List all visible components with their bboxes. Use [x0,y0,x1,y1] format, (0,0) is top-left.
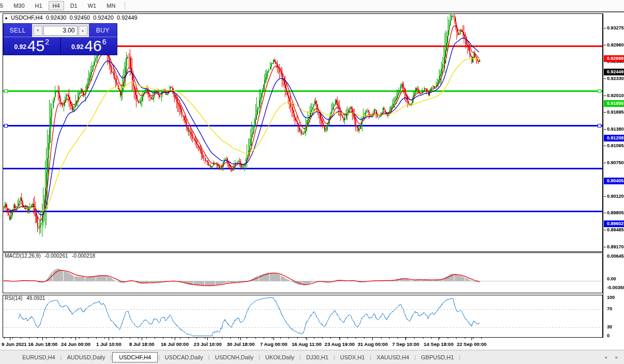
bar-high: 0.92450 [69,14,90,21]
chart-tab-bar: EURUSD,H4|AUDUSD,Daily|USDCHF,H4|USDCAD,… [0,350,624,364]
tab-separator: | [414,354,416,360]
tab-separator: | [208,354,210,360]
price-tick-mark [604,146,606,146]
rsi-axis-label: 0 [607,333,610,338]
tab-separator: | [110,354,112,360]
sell-price-display[interactable]: 0.92 45 2 [4,37,61,55]
tab-usdcad-daily[interactable]: USDCAD,Daily [160,352,208,362]
macd-axis-label: 0.00 [607,276,616,281]
price-tick-mark [604,45,606,45]
buy-price-pip: 6 [102,38,106,46]
timeframe-button-m30[interactable]: M30 [9,1,28,10]
tab-separator: | [370,354,372,360]
price-tick-mark [604,196,606,197]
price-tick-label: 0.90750 [607,160,624,165]
buy-price-prefix: 0.92 [71,43,83,51]
tab-xauusd-h4[interactable]: XAUUSD,H4 [372,352,414,362]
rsi-label: RSI(14) 49.0931 [5,295,48,301]
one-click-trading-panel: SELL ▼ ▲ BUY 0.92 45 2 0.92 46 6 [3,23,117,55]
volume-decrease-button[interactable]: ▼ [34,26,42,36]
toolbar-divider [125,2,125,10]
symbol-name: USDCHF,H4 [11,14,43,21]
tab-separator: | [258,354,260,360]
rsi-value: 49.0931 [26,295,45,301]
price-tick-label: 0.89485 [607,227,624,232]
price-tick-mark [604,129,606,130]
tab-usdcnh-daily[interactable]: USDCNH,Daily [210,352,258,362]
volume-input[interactable] [43,26,78,36]
timeframe-button-h1[interactable]: H1 [31,1,47,10]
price-tick-mark [604,247,606,247]
rsi-name: RSI(14) [5,295,22,301]
time-axis-label: 23 Aug 19:00 [325,341,355,347]
timeframe-button-h4[interactable]: H4 [49,1,64,10]
tab-gbpusd-h1[interactable]: GBPUSD,H1 [416,352,459,362]
buy-price-display[interactable]: 0.92 46 6 [61,37,117,55]
symbol-marker-icon: ▲ [4,15,8,20]
sell-price-pip: 2 [45,38,49,46]
sell-button[interactable]: SELL [4,24,32,37]
time-axis-label: 16 Jul 00:00 [161,341,189,347]
buy-button[interactable]: BUY [89,24,117,37]
price-tick-mark [604,96,606,96]
time-axis-label: 23 Jul 10:00 [194,341,222,347]
time-axis-label: 7 Sep 10:00 [392,341,419,347]
tab-usdchf-h4[interactable]: USDCHF,H4 [112,352,158,362]
tab-separator: | [299,354,301,360]
tab-separator: | [158,354,160,360]
tab-separator: | [459,354,461,360]
tab-eurusd-h4[interactable]: EURUSD,H4 [18,352,60,362]
timeframe-toolbar: 5M30H1H4D1W1MN [0,0,624,12]
rsi-axis-label: 70 [607,306,612,311]
macd-value-signal: -0.000218 [72,253,95,259]
bar-low: 0.92420 [93,14,114,21]
volume-increase-button[interactable]: ▲ [79,26,87,36]
bar-open: 0.92430 [46,14,67,21]
price-badge: 0.92449 [604,69,624,75]
timeframe-button-d1[interactable]: D1 [66,1,82,10]
price-tick-mark [604,28,606,28]
mt4-window: { "toolbar": { "timeframes": ["5", "M30"… [0,0,624,364]
price-tick-label: 0.89170 [607,244,624,249]
tabs-scroll-right-button[interactable]: ► [615,355,619,360]
price-badge: 0.90405 [604,178,624,184]
tab-separator: | [333,354,335,360]
time-axis-label: 8 Jul 18:00 [129,341,155,347]
tab-usdx-h1[interactable]: USDX,H1 [336,352,370,362]
price-tick-mark [604,163,606,163]
timeframe-button-mn[interactable]: MN [102,1,119,10]
time-axis-label: 1 Jul 10:00 [96,341,121,347]
time-axis-label: 24 Jun 00:00 [61,341,90,347]
macd-label: MACD(12,26,9) -0.000261 -0.000218 [5,253,98,259]
price-tick-mark [604,213,606,213]
sell-price-big: 45 [27,39,44,53]
time-axis-label: 16 Jun 18:00 [28,341,57,347]
timeframe-button-5[interactable]: 5 [0,1,7,10]
time-axis-label: 16 Aug 11:00 [292,341,322,347]
price-tick-label: 0.89805 [607,210,624,215]
tabs-scroll-left-button[interactable]: ◄ [603,355,607,360]
buy-price-big: 46 [84,39,101,53]
tab-ukoil-daily[interactable]: UKOil,Daily [261,352,299,362]
rsi-pane-canvas[interactable] [3,295,603,338]
time-axis-label: 9 Jun 2021 [2,341,27,347]
price-tick-label: 0.91695 [607,109,624,115]
tab-separator: | [60,354,62,360]
time-axis-label: 22 Sep 00:00 [456,341,486,347]
tab-audusd-daily[interactable]: AUDUSD,Daily [62,352,110,362]
price-tick-label: 0.92960 [607,42,624,48]
time-axis-label: 30 Jul 18:00 [227,341,255,347]
volume-spinner: ▼ ▲ [32,24,89,37]
price-tick-label: 0.92330 [607,76,624,81]
rsi-axis-label: 30 [607,324,612,329]
price-badge: 0.91855 [604,100,624,107]
macd-name: MACD(12,26,9) [5,253,40,259]
price-badge: 0.92699 [604,55,624,62]
timeframe-button-w1[interactable]: W1 [84,1,101,10]
price-axis[interactable]: 0.932750.929600.926450.923300.920100.916… [603,13,624,338]
price-badge: 0.89602 [604,220,624,227]
tab-dj30-h1[interactable]: DJ30,H1 [301,352,333,362]
price-tick-label: 0.91065 [607,143,624,148]
price-tick-mark [604,230,606,230]
symbol-header: ▲ USDCHF,H4 0.92430 0.92450 0.92420 0.92… [4,14,138,21]
